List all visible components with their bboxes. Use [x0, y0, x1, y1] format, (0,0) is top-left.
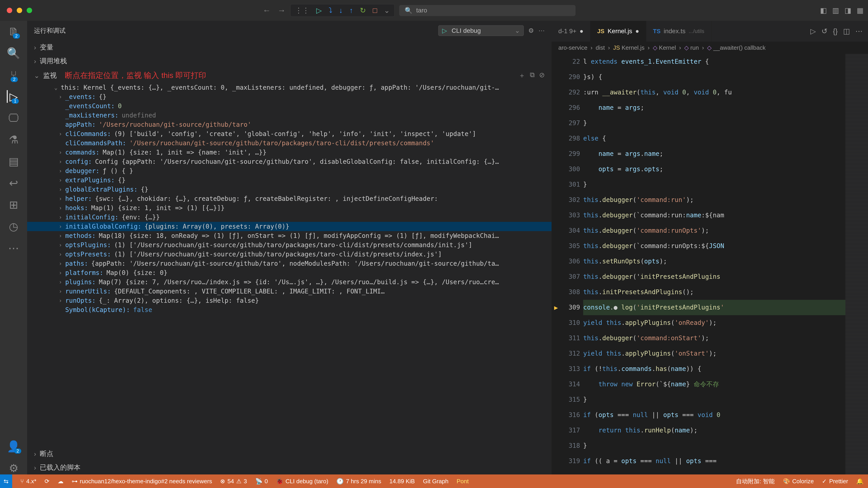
watch-property[interactable]: ›optsPlugins: (1) ['/Users/ruochuan/git-… [27, 240, 552, 250]
watch-property[interactable]: ›hooks: Map(1) {size: 1, init => (1) [{…… [27, 203, 552, 213]
timeline-icon[interactable]: ◷ [9, 220, 18, 233]
step-out-icon[interactable]: ↑ [349, 6, 353, 15]
debug-status[interactable]: 🐞CLI debug (taro) [276, 478, 328, 485]
step-into-icon[interactable]: ↓ [339, 6, 343, 15]
problems[interactable]: ⊗54 ⚠3 [220, 478, 247, 485]
drag-handle-icon[interactable]: ⋮⋮ [295, 6, 309, 15]
watch-property[interactable]: ›extraPlugins: {} [27, 175, 552, 185]
braces-icon[interactable]: {} [833, 27, 838, 35]
code-content[interactable]: l extends events_1.EventEmitter {}s) {:u… [583, 54, 845, 475]
remote-indicator[interactable]: ⇆ [0, 475, 12, 488]
watch-property[interactable]: ›debugger: ƒ () { } [27, 166, 552, 175]
watch-property[interactable]: ›runnerUtils: {DEFAULT_Components: , VIT… [27, 287, 552, 296]
watch-expression[interactable]: ⌄ this: Kernel {_events: {…}, _eventsCou… [27, 83, 552, 92]
step-over-icon[interactable]: ⤵ [329, 6, 332, 15]
close-icon[interactable] [7, 8, 12, 13]
tab-d-1-9-[interactable]: d-1 9+● [552, 21, 590, 41]
watch-property[interactable]: ›paths: {appPath: '/Users/ruochuan/git-s… [27, 259, 552, 268]
split-icon[interactable]: ◫ [843, 27, 850, 35]
layout-customize-icon[interactable]: ▦ [857, 6, 864, 15]
scm-icon[interactable]: ⑂2 [10, 69, 17, 81]
remote-icon[interactable]: 🖵 [8, 112, 19, 124]
watch-property[interactable]: ›cliCommands: (9) ['build', 'config', 'c… [27, 129, 552, 138]
search-activity-icon[interactable]: 🔍 [7, 47, 20, 60]
time-track[interactable]: 🕐7 hrs 29 mins [336, 478, 381, 485]
section-callstack[interactable]: › 调用堆栈 [27, 54, 552, 68]
watch-property[interactable]: ›config: Config {appPath: '/Users/ruochu… [27, 157, 552, 166]
bookmark-icon[interactable]: ▤ [8, 155, 19, 168]
ports[interactable]: 📡0 [255, 478, 268, 485]
prettier[interactable]: ✓Prettier [822, 477, 848, 485]
section-watch[interactable]: ⌄ 监视 断点在指定位置，监视 输入 this 即可打印 ＋ ⧉ ⊘ [27, 68, 552, 83]
pr-status[interactable]: ⊶ruochuan12/hexo-theme-indigo#2 needs re… [72, 478, 212, 485]
file-size[interactable]: 14.89 KiB [389, 478, 415, 485]
watch-property[interactable]: ›commands: Map(1) {size: 1, init => {nam… [27, 148, 552, 157]
breadcrumb-item[interactable]: dist [596, 44, 604, 51]
layout-panel-icon[interactable]: ▥ [832, 6, 839, 15]
minimize-icon[interactable] [17, 8, 22, 13]
clear-icon[interactable]: ⊘ [539, 71, 545, 80]
section-breakpoints[interactable]: › 断点 [27, 447, 552, 461]
watch-property[interactable]: ›initialGlobalConfig: {plugins: Array(0)… [27, 222, 552, 231]
gear-icon[interactable]: ⚙ [528, 27, 534, 34]
minimap[interactable] [845, 54, 868, 475]
breadcrumb-item[interactable]: ◇ __awaiter() callback [707, 44, 765, 51]
test-icon[interactable]: ⚗ [9, 133, 19, 146]
more-icon[interactable]: ⋯ [8, 242, 19, 254]
more-horizontal-icon[interactable]: ⋯ [538, 27, 545, 34]
pont[interactable]: Pont [457, 478, 469, 485]
debug-chevron-icon[interactable]: ⌄ [384, 6, 390, 15]
watch-property[interactable]: ›runOpts: {_: Array(2), options: {…}, is… [27, 296, 552, 305]
watch-property[interactable]: ›_events: {} [27, 92, 552, 101]
git-branch[interactable]: ⑂4.x* [20, 478, 36, 485]
auto-attach[interactable]: 自动附加: 智能 [736, 477, 774, 485]
continue-icon[interactable]: ▷ [316, 6, 322, 15]
bell-icon[interactable]: 🔔 [856, 477, 864, 485]
watch-property[interactable]: ›helper: {swc: {…}, chokidar: {…}, creat… [27, 194, 552, 203]
breadcrumbs[interactable]: aro-service›dist›JS Kernel.js›◇ Kernel›◇… [552, 41, 868, 54]
sync-icon[interactable]: ⟳ [44, 478, 50, 485]
cloud-icon[interactable]: ☁ [58, 478, 64, 485]
colorize[interactable]: 🎨Colorize [783, 477, 814, 485]
accounts-icon[interactable]: 👤2 [7, 440, 20, 453]
settings-icon[interactable]: ⚙ [9, 462, 19, 475]
maximize-icon[interactable] [27, 8, 32, 13]
watch-property[interactable]: ›_eventsCount: 0 [27, 101, 552, 111]
debug-config-select[interactable]: ▷ CLI debug ⌄ [438, 25, 524, 36]
explorer-icon[interactable]: 🗎2 [8, 25, 19, 38]
debug-icon[interactable]: ▷1 [7, 90, 18, 103]
watch-property[interactable]: ›platforms: Map(0) {size: 0} [27, 268, 552, 278]
history-icon[interactable]: ↺ [822, 27, 828, 35]
breadcrumb-item[interactable]: ◇ Kernel [653, 44, 676, 51]
watch-property[interactable]: ›globalExtraPlugins: {} [27, 185, 552, 194]
extensions-icon[interactable]: ⊞ [9, 198, 18, 211]
editor[interactable]: 2229029229629729829930030130230330430530… [552, 54, 868, 475]
tab-index-ts[interactable]: TSindex.ts.../utils [646, 21, 711, 41]
collapse-icon[interactable]: ⧉ [530, 71, 535, 80]
section-loaded[interactable]: › 已载入的脚本 [27, 461, 552, 475]
watch-property[interactable]: ›optsPresets: (1) ['/Users/ruochuan/git-… [27, 250, 552, 259]
watch-property[interactable]: ›initialConfig: {env: {…}} [27, 213, 552, 222]
breadcrumb-item[interactable]: aro-service [558, 44, 587, 51]
layout-sidebar-right-icon[interactable]: ◨ [844, 6, 851, 15]
search-input[interactable]: 🔍 taro [399, 5, 576, 16]
breadcrumb-item[interactable]: ◇ run [684, 44, 699, 51]
more-tab-icon[interactable]: ⋯ [855, 27, 863, 35]
back-icon[interactable]: ← [263, 6, 271, 15]
section-variables[interactable]: › 变量 [27, 40, 552, 54]
add-icon[interactable]: ＋ [519, 71, 525, 80]
back-nav-icon[interactable]: ↩ [9, 177, 18, 189]
tab-Kernel-js[interactable]: JSKernel.js● [590, 21, 646, 41]
forward-icon[interactable]: → [278, 6, 286, 15]
git-graph[interactable]: Git Graph [423, 478, 448, 485]
layout-sidebar-left-icon[interactable]: ◧ [820, 6, 827, 15]
watch-property[interactable]: ›cliCommandsPath: '/Users/ruochuan/git-s… [27, 138, 552, 148]
watch-property[interactable]: ›_maxListeners: undefined [27, 111, 552, 120]
run-icon[interactable]: ▷ [810, 27, 816, 35]
watch-property[interactable]: ›Symbol(kCapture): false [27, 305, 552, 315]
breadcrumb-item[interactable]: JS Kernel.js [613, 44, 645, 51]
watch-property[interactable]: ›plugins: Map(7) {size: 7, /Users/ruo…/i… [27, 278, 552, 287]
watch-property[interactable]: ›appPath: '/Users/ruochuan/git-source/gi… [27, 120, 552, 129]
stop-icon[interactable]: □ [373, 6, 377, 15]
restart-icon[interactable]: ↻ [360, 6, 366, 15]
